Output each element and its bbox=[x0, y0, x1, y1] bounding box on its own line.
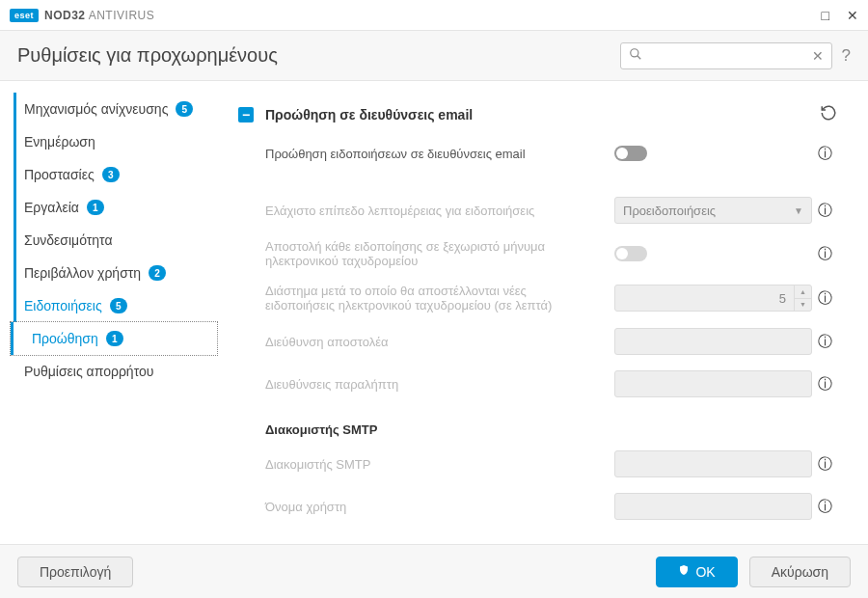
shield-icon bbox=[678, 564, 690, 579]
revert-icon[interactable] bbox=[820, 104, 837, 125]
sidebar-item-update[interactable]: Ενημέρωση bbox=[14, 125, 217, 158]
spinner-interval[interactable]: ▲ ▼ bbox=[614, 285, 812, 312]
sidebar-item-label: Περιβάλλον χρήστη bbox=[24, 265, 141, 281]
sidebar-item-label: Ενημέρωση bbox=[24, 134, 95, 150]
search-input[interactable] bbox=[642, 48, 812, 63]
sidebar-item-ui[interactable]: Περιβάλλον χρήστη 2 bbox=[14, 257, 217, 289]
header: Ρυθμίσεις για προχωρημένους ✕ ? bbox=[0, 31, 868, 81]
subsection-smtp: Διακομιστής SMTP bbox=[231, 405, 845, 443]
info-icon[interactable]: ⓘ bbox=[812, 202, 837, 220]
svg-point-0 bbox=[630, 49, 637, 57]
sidebar-badge: 3 bbox=[102, 167, 120, 182]
row-send-separate: Αποστολή κάθε ειδοποίησης σε ξεχωριστό μ… bbox=[231, 231, 845, 276]
sidebar-item-label: Προστασίες bbox=[24, 167, 95, 182]
sidebar-badge: 5 bbox=[176, 101, 193, 117]
info-icon[interactable]: ⓘ bbox=[812, 455, 837, 474]
brand-badge: eset bbox=[10, 9, 39, 22]
window-controls: □ ✕ bbox=[822, 8, 858, 23]
ok-label: OK bbox=[695, 564, 715, 580]
toggle-send-separate bbox=[614, 246, 647, 261]
default-button[interactable]: Προεπιλογή bbox=[17, 557, 133, 587]
select-verbosity[interactable]: Προειδοποιήσεις ▼ bbox=[614, 197, 812, 224]
sidebar-item-label: Συνδεσιμότητα bbox=[24, 232, 113, 248]
sidebar-item-detection[interactable]: Μηχανισμός ανίχνευσης 5 bbox=[14, 93, 217, 125]
row-control bbox=[614, 328, 812, 355]
row-control bbox=[614, 146, 812, 161]
spinner-up-icon[interactable]: ▲ bbox=[795, 285, 811, 299]
section-header: − Προώθηση σε διευθύνσεις email bbox=[231, 95, 845, 135]
sidebar-item-label: Εργαλεία bbox=[24, 200, 79, 215]
row-control bbox=[614, 370, 812, 397]
spinner-down-icon[interactable]: ▼ bbox=[795, 299, 811, 312]
row-label: Διακομιστής SMTP bbox=[265, 457, 614, 472]
sidebar-item-label: Μηχανισμός ανίχνευσης bbox=[24, 101, 168, 117]
sidebar-badge: 2 bbox=[149, 265, 166, 281]
select-value: Προειδοποιήσεις bbox=[623, 204, 716, 218]
toggle-forward-enable[interactable] bbox=[614, 146, 647, 161]
row-label: Αποστολή κάθε ειδοποίησης σε ξεχωριστό μ… bbox=[265, 239, 614, 268]
sidebar-item-label: Προώθηση bbox=[32, 331, 98, 346]
input-sender-address bbox=[614, 328, 812, 355]
collapse-icon[interactable]: − bbox=[238, 107, 254, 122]
input-smtp-server bbox=[614, 450, 812, 477]
info-icon[interactable]: ⓘ bbox=[812, 333, 837, 351]
search-box[interactable]: ✕ bbox=[620, 42, 832, 69]
row-smtp-username: Όνομα χρήστη ⓘ bbox=[231, 485, 845, 528]
row-smtp-server: Διακομιστής SMTP ⓘ bbox=[231, 443, 845, 485]
input-smtp-username bbox=[614, 493, 812, 520]
info-icon[interactable]: ⓘ bbox=[812, 289, 837, 308]
brand-name1: NOD32 bbox=[44, 9, 86, 22]
spinner-input bbox=[615, 291, 794, 306]
row-control: ▲ ▼ bbox=[614, 285, 812, 312]
row-label: Όνομα χρήστη bbox=[265, 500, 614, 514]
sidebar: Μηχανισμός ανίχνευσης 5 Ενημέρωση Προστα… bbox=[0, 81, 217, 544]
page-title: Ρυθμίσεις για προχωρημένους bbox=[17, 44, 278, 67]
sidebar-item-label: Ρυθμίσεις απορρήτου bbox=[24, 364, 153, 379]
row-recipient-addr: Διευθύνσεις παραλήπτη ⓘ bbox=[231, 363, 845, 405]
cancel-button[interactable]: Ακύρωση bbox=[749, 557, 851, 587]
footer-right: OK Ακύρωση bbox=[656, 557, 851, 587]
row-min-verbosity: Ελάχιστο επίπεδο λεπτομέρειας για ειδοπο… bbox=[231, 189, 845, 231]
info-icon[interactable]: ⓘ bbox=[812, 498, 837, 516]
close-icon[interactable]: ✕ bbox=[847, 8, 858, 23]
maximize-icon[interactable]: □ bbox=[822, 8, 829, 23]
info-icon[interactable]: ⓘ bbox=[812, 245, 837, 263]
sidebar-item-connectivity[interactable]: Συνδεσιμότητα bbox=[14, 224, 217, 257]
spinner-buttons: ▲ ▼ bbox=[794, 285, 811, 311]
row-control: Προειδοποιήσεις ▼ bbox=[614, 197, 812, 224]
chevron-down-icon: ▼ bbox=[794, 205, 803, 216]
brand-name2: ANTIVIRUS bbox=[89, 9, 155, 22]
info-icon[interactable]: ⓘ bbox=[812, 375, 837, 394]
sidebar-item-label: Ειδοποιήσεις bbox=[24, 298, 102, 313]
sidebar-item-privacy[interactable]: Ρυθμίσεις απορρήτου bbox=[14, 355, 217, 388]
row-label: Διάστημα μετά το οποίο θα αποστέλλονται … bbox=[265, 284, 614, 313]
ok-button[interactable]: OK bbox=[656, 557, 737, 587]
help-icon[interactable]: ? bbox=[842, 46, 851, 66]
row-sender-addr: Διεύθυνση αποστολέα ⓘ bbox=[231, 320, 845, 363]
row-control bbox=[614, 493, 812, 520]
sidebar-item-forwarding[interactable]: Προώθηση 1 bbox=[11, 322, 217, 355]
row-forward-enable: Προώθηση ειδοποιήσεων σε διευθύνσεις ema… bbox=[231, 135, 845, 172]
search-wrap: ✕ ? bbox=[620, 42, 851, 69]
search-icon bbox=[629, 47, 642, 64]
input-recipient-address bbox=[614, 370, 812, 397]
sidebar-badge: 1 bbox=[87, 200, 104, 215]
svg-line-1 bbox=[637, 56, 640, 60]
sidebar-item-notifications[interactable]: Ειδοποιήσεις 5 bbox=[14, 289, 217, 322]
row-control bbox=[614, 450, 812, 477]
row-label: Διεύθυνση αποστολέα bbox=[265, 335, 614, 349]
brand-text: NOD32 ANTIVIRUS bbox=[44, 9, 154, 22]
section-title: Προώθηση σε διευθύνσεις email bbox=[265, 107, 820, 122]
sidebar-badge: 1 bbox=[106, 331, 123, 346]
info-icon[interactable]: ⓘ bbox=[812, 145, 837, 163]
row-label: Ελάχιστο επίπεδο λεπτομέρειας για ειδοπο… bbox=[265, 204, 614, 218]
sidebar-badge: 5 bbox=[110, 298, 127, 313]
clear-search-icon[interactable]: ✕ bbox=[812, 48, 824, 64]
row-label: Προώθηση ειδοποιήσεων σε διευθύνσεις ema… bbox=[265, 147, 614, 161]
sidebar-item-protections[interactable]: Προστασίες 3 bbox=[14, 158, 217, 191]
body: Μηχανισμός ανίχνευσης 5 Ενημέρωση Προστα… bbox=[0, 81, 868, 544]
row-label: Διευθύνσεις παραλήπτη bbox=[265, 377, 614, 392]
titlebar: eset NOD32 ANTIVIRUS □ ✕ bbox=[0, 0, 868, 31]
content-area: − Προώθηση σε διευθύνσεις email Προώθηση… bbox=[217, 81, 868, 544]
sidebar-item-tools[interactable]: Εργαλεία 1 bbox=[14, 191, 217, 224]
